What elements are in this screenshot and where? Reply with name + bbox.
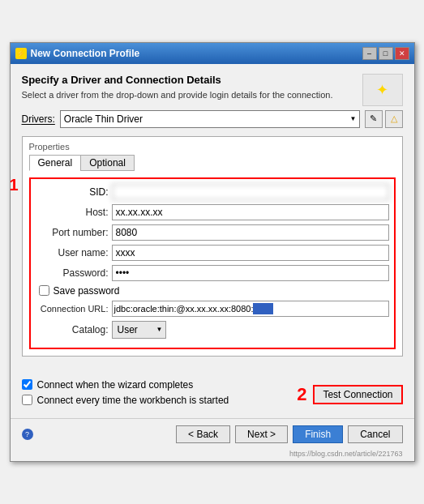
sid-label: SID: — [89, 186, 108, 198]
connect-wizard-label: Connect when the wizard completes — [37, 379, 194, 391]
corner-graphic: ✦ — [362, 74, 403, 106]
username-row: User name: — [36, 245, 389, 261]
connect-wizard-row: Connect when the wizard completes — [22, 379, 229, 391]
next-button[interactable]: Next > — [235, 425, 288, 443]
checkboxes-col: Connect when the wizard completes Connec… — [22, 379, 229, 410]
conn-url-label: Connection URL: — [36, 304, 109, 314]
username-input[interactable] — [112, 245, 389, 261]
port-row: Port number: — [36, 224, 389, 241]
test-connection-area: 2 Test Connection — [297, 384, 402, 405]
driver-actions: ✎ △ — [365, 110, 403, 128]
section-title: Specify a Driver and Connection Details — [22, 74, 333, 86]
host-label: Host: — [36, 207, 109, 218]
catalog-select-wrapper: User System All — [112, 321, 166, 339]
back-button[interactable]: < Back — [176, 425, 230, 443]
password-label: Password: — [36, 267, 109, 279]
drivers-label: Drivers: — [22, 113, 55, 125]
connect-row: Connect when the wizard completes Connec… — [22, 379, 403, 410]
password-input[interactable] — [112, 265, 389, 281]
help-icon[interactable]: ? — [22, 429, 33, 440]
help-button-area: ? — [22, 429, 33, 440]
driver-select[interactable]: Oracle Thin Driver — [60, 110, 360, 128]
form-fields-box: 1 SID: Host: Port number: — [29, 177, 396, 349]
tabs: General Optional — [29, 155, 396, 171]
conn-url-field[interactable]: jdbc:oracle:thin:@xx.xx.xx.xx:8080: — [112, 301, 389, 317]
badge-2: 2 — [297, 384, 306, 405]
driver-warning-icon[interactable]: △ — [385, 110, 403, 128]
test-connection-button[interactable]: Test Connection — [313, 385, 402, 404]
cancel-button[interactable]: Cancel — [348, 425, 402, 443]
properties-label: Properties — [29, 142, 396, 152]
save-password-checkbox[interactable] — [39, 285, 49, 296]
connect-every-time-checkbox[interactable] — [22, 395, 32, 405]
tab-optional[interactable]: Optional — [80, 155, 135, 171]
save-password-label: Save password — [54, 285, 120, 297]
title-bar: ⚡ New Connection Profile – □ ✕ — [11, 43, 414, 64]
conn-url-highlight — [253, 303, 272, 314]
driver-select-wrapper: Oracle Thin Driver — [60, 110, 360, 128]
close-button[interactable]: ✕ — [395, 47, 409, 60]
driver-edit-icon[interactable]: ✎ — [365, 110, 383, 128]
sid-label-area: SID: — [36, 186, 109, 198]
properties-box: Properties General Optional 1 SID: H — [22, 136, 403, 357]
footer: ? < Back Next > Finish Cancel — [11, 418, 414, 450]
maximize-button[interactable]: □ — [379, 47, 393, 60]
connect-wizard-checkbox[interactable] — [22, 379, 32, 390]
port-input[interactable] — [112, 224, 389, 241]
badge-1: 1 — [10, 176, 19, 194]
finish-button[interactable]: Finish — [293, 425, 343, 443]
dialog-window: ⚡ New Connection Profile – □ ✕ Specify a… — [10, 42, 415, 461]
title-controls: – □ ✕ — [362, 47, 409, 60]
host-row: Host: — [36, 204, 389, 220]
connect-every-time-row: Connect every time the workbench is star… — [22, 395, 229, 406]
tab-general[interactable]: General — [29, 155, 81, 171]
main-content: Specify a Driver and Connection Details … — [11, 64, 414, 374]
conn-url-prefix: jdbc:oracle:thin:@xx.xx.xx.xx:8080: — [114, 304, 254, 314]
window-title: New Connection Profile — [31, 48, 140, 59]
connect-every-time-label: Connect every time the workbench is star… — [37, 395, 229, 406]
save-password-row: Save password — [39, 285, 389, 297]
section-description: Select a driver from the drop-down and p… — [22, 89, 333, 101]
window-icon: ⚡ — [15, 48, 27, 59]
catalog-select[interactable]: User System All — [112, 321, 166, 339]
bottom-section: Connect when the wizard completes Connec… — [11, 374, 414, 418]
conn-url-row: Connection URL: jdbc:oracle:thin:@xx.xx.… — [36, 301, 389, 317]
watermark: https://blog.csdn.net/article/221763 — [11, 450, 414, 461]
minimize-button[interactable]: – — [362, 47, 377, 60]
title-bar-left: ⚡ New Connection Profile — [15, 48, 140, 59]
port-label: Port number: — [36, 227, 109, 238]
sid-row: SID: — [36, 184, 389, 200]
sid-input[interactable] — [112, 184, 389, 200]
password-row: Password: — [36, 265, 389, 281]
host-input[interactable] — [112, 204, 389, 220]
driver-row: Drivers: Oracle Thin Driver ✎ △ — [22, 110, 403, 128]
catalog-row: Catalog: User System All — [36, 321, 389, 339]
username-label: User name: — [36, 247, 109, 258]
catalog-label: Catalog: — [36, 324, 109, 335]
